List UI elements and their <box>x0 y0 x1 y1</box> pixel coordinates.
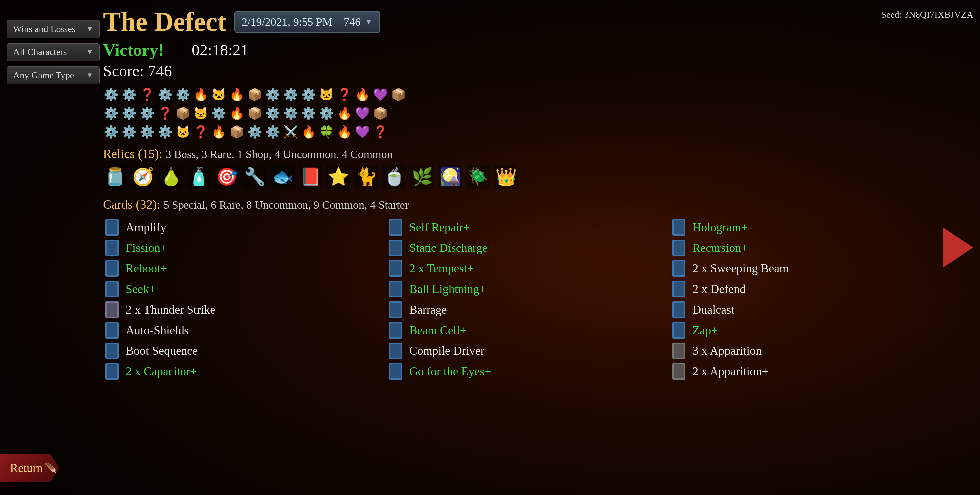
floor-icon: ❓ <box>157 105 173 121</box>
floor-icon: 💜 <box>354 105 370 121</box>
card-icon <box>387 301 404 319</box>
floor-icon: 💜 <box>354 124 370 140</box>
card-name: Go for the Eyes+ <box>409 365 491 378</box>
floor-icon: ⚙️ <box>121 105 137 121</box>
return-button[interactable]: Return <box>0 454 59 482</box>
card-entry: Beam Cell+ <box>387 321 657 339</box>
relic-icon: 🧭 <box>131 165 155 189</box>
right-arrow-icon <box>943 228 974 267</box>
floor-icon: ⚙️ <box>121 124 137 140</box>
svg-rect-17 <box>673 262 684 275</box>
card-entry: Ball Lightning+ <box>387 280 657 298</box>
wins-losses-label: Wins and Losses <box>13 24 76 34</box>
game-type-label: Any Game Type <box>13 70 74 81</box>
floor-icon: ⚙️ <box>318 105 334 121</box>
relic-icon: 🎯 <box>215 165 239 189</box>
card-icon <box>103 239 121 257</box>
svg-rect-7 <box>107 241 117 255</box>
card-icon <box>387 218 404 236</box>
svg-rect-9 <box>390 241 401 255</box>
relic-icon: 🌿 <box>410 165 434 189</box>
card-icon <box>670 321 688 339</box>
victory-status: Victory! <box>103 40 164 60</box>
floor-icon: 📦 <box>229 124 245 140</box>
card-icon <box>103 280 121 298</box>
floor-icon: 🔥 <box>336 105 352 121</box>
card-entry: Static Discharge+ <box>387 239 657 257</box>
wins-losses-dropdown[interactable]: Wins and Losses ▼ <box>6 20 100 38</box>
card-name: 2 x Tempest+ <box>409 262 474 275</box>
character-name: The Defect <box>103 6 226 37</box>
card-name: Seek+ <box>126 282 156 296</box>
floor-icon: 📦 <box>175 105 191 121</box>
svg-rect-25 <box>107 303 117 317</box>
card-name: 2 x Defend <box>692 282 746 296</box>
card-icon <box>670 218 688 236</box>
game-type-dropdown[interactable]: Any Game Type ▼ <box>6 67 100 84</box>
relic-icon: 🎑 <box>438 165 462 189</box>
floor-icon: 💜 <box>372 87 388 103</box>
floor-icon: ⚙️ <box>175 87 191 103</box>
relics-description: 3 Boss, 3 Rare, 1 Shop, 4 Uncommon, 4 Co… <box>165 148 393 160</box>
card-icon <box>103 362 121 381</box>
floor-icon: 🐱 <box>175 124 191 140</box>
card-icon <box>387 342 404 360</box>
floor-icon: 🐱 <box>193 105 209 121</box>
card-name: Hologram+ <box>692 220 748 234</box>
card-entry: Fission+ <box>103 239 373 257</box>
relics-count: Relics (15): <box>103 147 162 161</box>
floor-icon: ❓ <box>372 124 388 140</box>
all-characters-label: All Characters <box>13 47 67 57</box>
svg-rect-31 <box>107 323 117 337</box>
card-icon <box>387 239 404 257</box>
floor-icon: ⚙️ <box>283 105 299 121</box>
svg-rect-23 <box>673 282 684 296</box>
card-name: 2 x Thunder Strike <box>126 303 215 317</box>
relic-icon: ⭐ <box>326 165 350 189</box>
floor-icon: ❓ <box>193 124 209 140</box>
card-icon <box>670 239 688 257</box>
run-time: 02:18:21 <box>192 41 249 59</box>
card-entry: Zap+ <box>670 321 940 339</box>
svg-rect-21 <box>390 282 401 296</box>
main-content: The Defect 2/19/2021, 9:55 PM – 746 ▼ Vi… <box>103 6 940 381</box>
floor-icon: 🔥 <box>229 105 245 121</box>
all-characters-dropdown[interactable]: All Characters ▼ <box>6 43 100 61</box>
svg-rect-5 <box>673 220 684 234</box>
date-run-label: 2/19/2021, 9:55 PM – 746 <box>242 16 361 28</box>
card-icon <box>387 259 404 278</box>
svg-rect-41 <box>673 344 684 358</box>
floor-icon: ⚙️ <box>211 105 227 121</box>
floor-icon: 🔥 <box>229 87 245 103</box>
cards-count: Cards (32): <box>103 197 160 211</box>
card-entry: 2 x Defend <box>670 280 940 298</box>
card-entry: Seek+ <box>103 280 373 298</box>
svg-rect-27 <box>390 303 401 317</box>
card-name: Self Repair+ <box>409 220 470 234</box>
floor-row-2: ⚙️ ⚙️ ⚙️ ❓ 📦 🐱 ⚙️ 🔥 📦 ⚙️ ⚙️ ⚙️ ⚙️ 🔥 💜 📦 <box>103 105 940 121</box>
svg-rect-29 <box>673 303 684 317</box>
relics-row: 🫙 🧭 🍐 🧴 🎯 🔧 🐟 📕 ⭐ 🐈 🍵 🌿 🎑 🪲 👑 <box>103 165 940 189</box>
sidebar: Wins and Losses ▼ All Characters ▼ Any G… <box>6 20 100 84</box>
card-icon <box>670 362 688 381</box>
return-label: Return <box>10 462 43 475</box>
floor-icon: ⚙️ <box>265 105 280 121</box>
card-icon <box>387 280 404 298</box>
next-button[interactable] <box>943 228 974 267</box>
card-icon <box>387 362 404 381</box>
card-entry: Auto-Shields <box>103 321 373 339</box>
card-name: Boot Sequence <box>126 344 198 358</box>
card-entry: 2 x Capacitor+ <box>103 362 373 381</box>
svg-rect-19 <box>107 282 117 296</box>
chevron-down-icon: ▼ <box>86 48 94 57</box>
floor-row-3: ⚙️ ⚙️ ⚙️ ⚙️ 🐱 ❓ 🔥 📦 ⚙️ ⚙️ ⚔️ 🔥 🍀 🔥 💜 ❓ <box>103 124 940 140</box>
chevron-down-icon: ▼ <box>86 25 94 33</box>
date-run-dropdown[interactable]: 2/19/2021, 9:55 PM – 746 ▼ <box>234 11 380 33</box>
floor-icon: ❓ <box>336 87 352 103</box>
floor-row-1: ⚙️ ⚙️ ❓ ⚙️ ⚙️ 🔥 🐱 🔥 📦 ⚙️ ⚙️ ⚙️ 🐱 ❓ 🔥 💜 📦 <box>103 87 940 103</box>
card-name: 2 x Sweeping Beam <box>692 262 789 275</box>
floor-icon: ⚙️ <box>265 124 280 140</box>
svg-rect-3 <box>390 220 401 234</box>
floor-icon: 🔥 <box>301 124 317 140</box>
card-icon <box>103 342 121 360</box>
